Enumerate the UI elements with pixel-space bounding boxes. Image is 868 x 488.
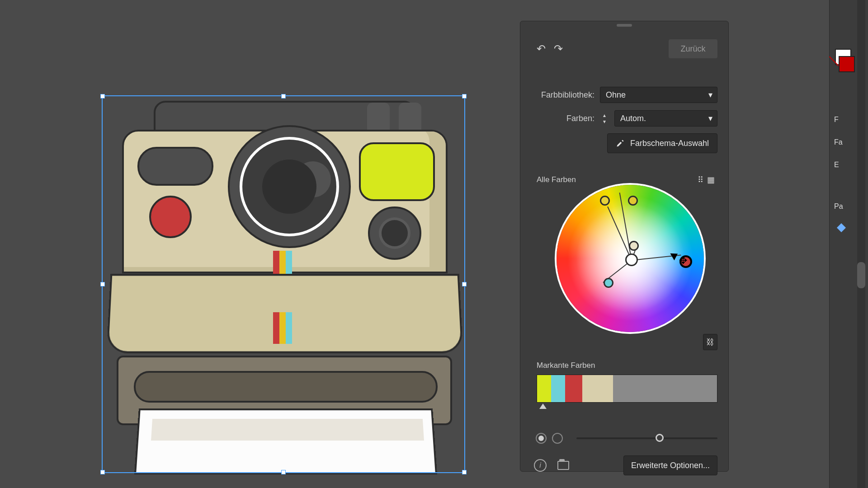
color-theme-picker-label: Farbschema-Auswahl	[630, 139, 709, 148]
color-theme-picker-button[interactable]: Farbschema-Auswahl	[607, 133, 717, 153]
resize-handle-br[interactable]	[462, 470, 467, 474]
undo-icon[interactable]: ↶	[537, 42, 546, 56]
reset-button[interactable]: Zurück	[669, 39, 717, 58]
recolor-artwork-panel: ↶ ↷ Zurück Farbbibliothek: Ohne ▾ Farben…	[520, 21, 729, 472]
slider-thumb[interactable]	[656, 434, 664, 442]
color-library-value: Ohne	[606, 90, 626, 100]
wheel-center-handle[interactable]	[625, 253, 638, 266]
dock-group-label[interactable]: E	[834, 161, 839, 169]
swatch-cream[interactable]	[582, 375, 613, 402]
selection-bounds[interactable]	[102, 95, 465, 473]
colors-count-dropdown[interactable]: Autom. ▾	[614, 110, 717, 127]
resize-handle-bm[interactable]	[281, 470, 286, 474]
dock-group-label[interactable]: Fa	[834, 138, 843, 146]
swatch-yellow[interactable]	[537, 375, 551, 402]
diamond-icon[interactable]	[835, 221, 848, 234]
swatch-gray[interactable]	[613, 375, 717, 402]
save-color-group-icon[interactable]	[557, 461, 569, 470]
wheel-node-center-a[interactable]	[629, 241, 639, 251]
advanced-options-button[interactable]: Erweiterte Optionen...	[623, 455, 717, 475]
wheel-node-yellow-a[interactable]	[600, 196, 610, 206]
dock-scrollbar-thumb[interactable]	[857, 262, 865, 288]
resize-handle-mr[interactable]	[462, 282, 467, 286]
info-icon[interactable]: i	[534, 459, 547, 472]
dock-scrollbar-track[interactable]	[857, 0, 865, 488]
colors-stepper[interactable]: ▴▾	[600, 110, 609, 127]
prominent-colors-label: Markante Farben	[537, 361, 595, 370]
chevron-down-icon: ▾	[708, 90, 712, 100]
artboard-canvas[interactable]	[0, 0, 868, 488]
dock-group-label[interactable]: Pa	[834, 202, 843, 211]
colors-count-label: Farben:	[531, 114, 594, 123]
resize-handle-tr[interactable]	[462, 94, 467, 99]
swatch-cyan[interactable]	[551, 375, 565, 402]
color-library-label: Farbbibliothek:	[531, 90, 594, 100]
resize-handle-ml[interactable]	[100, 282, 105, 286]
chevron-down-icon: ▾	[708, 113, 712, 123]
prominent-color-swatches[interactable]	[537, 375, 717, 403]
resize-handle-bl[interactable]	[100, 470, 105, 474]
stroke-swatch[interactable]	[839, 56, 855, 72]
wheel-node-cyan[interactable]	[604, 278, 613, 288]
eyedropper-icon	[616, 139, 625, 148]
adjust-slider[interactable]	[576, 437, 717, 439]
color-library-dropdown[interactable]: Ohne ▾	[600, 87, 717, 103]
panel-gripper[interactable]	[617, 24, 632, 27]
link-harmony-button[interactable]: ⛓	[703, 334, 717, 350]
redo-icon[interactable]: ↷	[554, 42, 563, 56]
wheel-node-yellow-b[interactable]	[628, 196, 638, 206]
colors-count-value: Autom.	[620, 114, 646, 123]
brightness-mode-radio[interactable]	[552, 433, 563, 444]
dock-group-label[interactable]: F	[834, 116, 839, 124]
saturation-mode-radio[interactable]	[536, 433, 547, 444]
swatch-selection-marker[interactable]	[539, 404, 547, 409]
resize-handle-tl[interactable]	[100, 94, 105, 99]
right-dock: F Fa E Pa	[829, 0, 868, 488]
resize-handle-tm[interactable]	[281, 94, 286, 99]
swatch-red[interactable]	[565, 375, 582, 402]
